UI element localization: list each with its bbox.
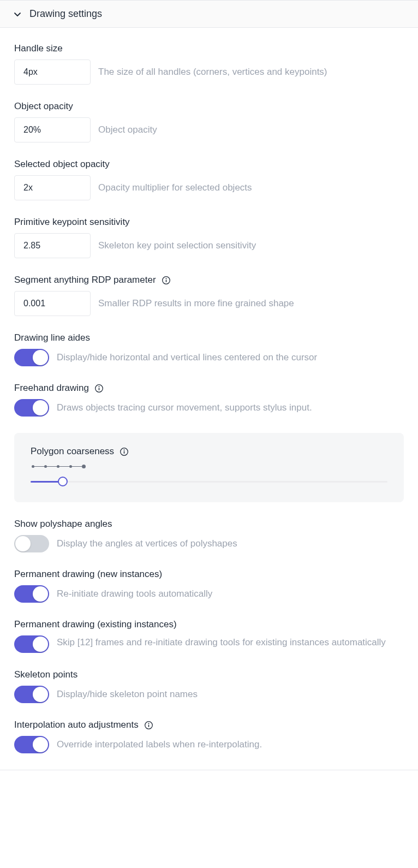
drawing-settings-panel: Drawing settings Handle size The size of… (0, 0, 418, 770)
skeleton-points-toggle[interactable] (14, 686, 49, 703)
info-icon[interactable] (144, 721, 153, 730)
panel-title: Drawing settings (29, 8, 102, 20)
slider-thumb[interactable] (58, 477, 68, 486)
object-opacity-input[interactable] (14, 117, 91, 142)
svg-point-1 (165, 278, 166, 279)
setting-permanent-existing: Permanent drawing (existing instances) S… (14, 619, 404, 653)
polygon-coarseness-panel: Polygon coarseness (14, 433, 404, 502)
setting-interp-auto: Interpolation auto adjustments Override … (14, 720, 404, 753)
setting-object-opacity: Object opacity Object opacity (14, 101, 404, 142)
setting-rdp: Segment anything RDP parameter Smaller R… (14, 275, 404, 316)
rdp-input[interactable] (14, 291, 91, 316)
setting-keypoint-sensitivity: Primitive keypoint sensitivity Skeleton … (14, 217, 404, 258)
svg-rect-11 (148, 724, 149, 727)
perm-existing-hint: Skip [12] frames and re-initiate drawing… (14, 635, 404, 650)
selected-opacity-label: Selected object opacity (14, 159, 404, 170)
interp-auto-label: Interpolation auto adjustments (14, 720, 404, 730)
perm-existing-label: Permanent drawing (existing instances) (14, 619, 404, 630)
object-opacity-label: Object opacity (14, 101, 404, 112)
perm-existing-toggle[interactable] (14, 635, 49, 653)
handle-size-label: Handle size (14, 43, 404, 54)
keypoint-sensitivity-label: Primitive keypoint sensitivity (14, 217, 404, 228)
rdp-hint: Smaller RDP results in more fine grained… (98, 296, 404, 311)
svg-point-4 (99, 386, 100, 387)
perm-new-hint: Re-initiate drawing tools automatically (57, 587, 404, 601)
svg-rect-8 (124, 451, 124, 454)
interp-auto-label-text: Interpolation auto adjustments (14, 720, 139, 730)
settings-content: Handle size The size of all handles (cor… (0, 28, 418, 770)
object-opacity-hint: Object opacity (98, 123, 404, 137)
interp-auto-toggle[interactable] (14, 736, 49, 753)
coarseness-dots-icon (32, 465, 387, 468)
polyangles-hint: Display the angles at vertices of polysh… (57, 537, 404, 551)
info-icon[interactable] (94, 384, 104, 393)
skeleton-points-label: Skeleton points (14, 669, 404, 680)
freehand-hint: Draws objects tracing cursor movement, s… (57, 401, 404, 415)
coarseness-label: Polygon coarseness (31, 446, 387, 457)
perm-new-label: Permanent drawing (new instances) (14, 569, 404, 580)
keypoint-sensitivity-input[interactable] (14, 233, 91, 258)
freehand-label-text: Freehand drawing (14, 383, 89, 394)
freehand-label: Freehand drawing (14, 383, 404, 394)
line-aides-hint: Display/hide horizontal and vertical lin… (57, 350, 404, 365)
setting-freehand: Freehand drawing Draws objects tracing c… (14, 383, 404, 417)
setting-skeleton-points: Skeleton points Display/hide skeleton po… (14, 669, 404, 703)
skeleton-points-hint: Display/hide skeleton point names (57, 687, 404, 701)
setting-handle-size: Handle size The size of all handles (cor… (14, 43, 404, 85)
setting-line-aides: Drawing line aides Display/hide horizont… (14, 332, 404, 366)
polyangles-toggle[interactable] (14, 535, 49, 552)
handle-size-input[interactable] (14, 60, 91, 85)
info-icon[interactable] (162, 276, 171, 285)
svg-point-7 (124, 449, 125, 450)
keypoint-sensitivity-hint: Skeleton key point selection sensitivity (98, 239, 404, 253)
handle-size-hint: The size of all handles (corners, vertic… (98, 65, 404, 79)
polyangles-label: Show polyshape angles (14, 519, 404, 530)
setting-permanent-new: Permanent drawing (new instances) Re-ini… (14, 569, 404, 603)
selected-opacity-hint: Opacity multiplier for selected objects (98, 181, 404, 195)
perm-new-toggle[interactable] (14, 585, 49, 603)
chevron-down-icon (13, 10, 22, 19)
panel-header[interactable]: Drawing settings (0, 1, 418, 28)
coarseness-slider[interactable] (31, 476, 387, 487)
coarseness-label-text: Polygon coarseness (31, 446, 114, 457)
rdp-label-text: Segment anything RDP parameter (14, 275, 156, 286)
selected-opacity-input[interactable] (14, 175, 91, 200)
rdp-label: Segment anything RDP parameter (14, 275, 404, 286)
info-icon[interactable] (120, 447, 129, 456)
freehand-toggle[interactable] (14, 399, 49, 417)
line-aides-label: Drawing line aides (14, 332, 404, 343)
line-aides-toggle[interactable] (14, 349, 49, 366)
svg-point-10 (148, 723, 149, 724)
setting-polyshape-angles: Show polyshape angles Display the angles… (14, 519, 404, 552)
interp-auto-hint: Override interpolated labels when re-int… (57, 738, 404, 752)
setting-selected-opacity: Selected object opacity Opacity multipli… (14, 159, 404, 200)
svg-rect-2 (165, 280, 166, 282)
svg-rect-5 (99, 388, 99, 390)
